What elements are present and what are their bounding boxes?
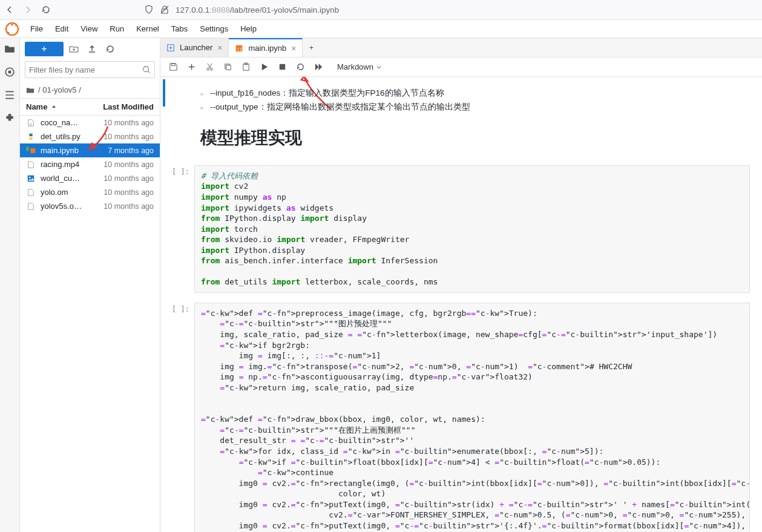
tab-main-ipynb[interactable]: [ ] main.ipynb ×	[229, 38, 303, 57]
code-body[interactable]: ="c-kw">def ="c-fn">preprocess_image(ima…	[194, 303, 750, 532]
file-header[interactable]: Name Last Modified	[20, 99, 160, 116]
file-type-icon	[26, 146, 36, 155]
svg-rect-7	[8, 71, 11, 74]
upload-icon[interactable]	[84, 42, 100, 56]
back-button[interactable]	[5, 5, 15, 15]
file-name: yolo.om	[41, 188, 103, 197]
file-modified: 10 months ago	[103, 188, 154, 197]
forward-button[interactable]	[23, 5, 33, 15]
file-modified: 10 months ago	[103, 174, 154, 183]
svg-text:{}: {}	[29, 121, 31, 125]
svg-point-18	[206, 68, 209, 70]
notebook-toolbar: Markdown	[160, 57, 762, 77]
md-heading: 模型推理实现	[200, 126, 750, 149]
svg-rect-11	[31, 148, 36, 153]
file-modified: 10 months ago	[103, 160, 154, 169]
code-body[interactable]: # 导入代码依赖 import cv2 import numpy as np i…	[194, 165, 750, 293]
svg-rect-12	[28, 175, 34, 182]
run-all-icon[interactable]	[310, 59, 326, 75]
file-list: {}coco_na…10 months agodet_utils.py10 mo…	[20, 116, 160, 532]
menu-run[interactable]: Run	[103, 20, 130, 38]
file-name: world_cu…	[41, 174, 103, 183]
cell-prompt: [ ]:	[164, 165, 194, 293]
file-row[interactable]: yolo.om10 months ago	[20, 185, 160, 199]
svg-point-8	[143, 67, 149, 72]
svg-point-13	[29, 176, 31, 178]
file-modified: 10 months ago	[103, 133, 154, 141]
code-cell[interactable]: [ ]: # 导入代码依赖 import cv2 import numpy as…	[164, 165, 750, 293]
file-name: det_utils.py	[41, 132, 103, 141]
cell-indicator	[163, 79, 165, 107]
svg-rect-21	[226, 65, 231, 70]
file-type-icon	[26, 133, 36, 141]
new-folder-icon[interactable]	[66, 42, 82, 56]
url-text: 127.0.0.1:8888/lab/tree/01-yolov5/main.i…	[176, 5, 339, 15]
menu-kernel[interactable]: Kernel	[130, 20, 165, 38]
file-name: yolov5s.o…	[41, 202, 103, 211]
toc-icon[interactable]	[4, 89, 16, 101]
url-bar[interactable]: 127.0.0.1:8888/lab/tree/01-yolov5/main.i…	[144, 5, 568, 15]
menu-help[interactable]: Help	[234, 20, 263, 38]
close-icon[interactable]: ×	[217, 43, 222, 53]
refresh-icon[interactable]	[102, 42, 118, 56]
file-name: racing.mp4	[41, 160, 103, 169]
save-icon[interactable]	[165, 59, 181, 75]
notebook-icon: [ ]	[235, 44, 243, 53]
launcher-icon	[166, 44, 175, 52]
svg-point-19	[210, 68, 212, 70]
svg-point-5	[8, 32, 9, 33]
notebook-content: --input_fp16_nodes：指定输入数据类型为FP16的输入节点名称 …	[160, 77, 762, 532]
menu-settings[interactable]: Settings	[194, 20, 234, 38]
file-row[interactable]: racing.mp410 months ago	[20, 157, 160, 171]
activity-bar	[0, 38, 20, 532]
code-cell[interactable]: [ ]: ="c-kw">def ="c-fn">preprocess_imag…	[164, 303, 750, 532]
markdown-cell[interactable]: --input_fp16_nodes：指定输入数据类型为FP16的输入节点名称 …	[200, 83, 750, 165]
breadcrumb[interactable]: / 01-yolov5 /	[20, 82, 160, 99]
file-modified: 10 months ago	[103, 119, 154, 127]
tab-launcher[interactable]: Launcher ×	[160, 38, 229, 57]
md-list-item: --output_type：指定网络输出数据类型或指定某个输出节点的输出类型	[200, 100, 750, 114]
filter-field[interactable]	[29, 65, 142, 74]
file-type-icon	[26, 202, 36, 211]
folder-icon[interactable]	[4, 43, 16, 55]
file-modified: 10 months ago	[103, 202, 154, 211]
run-icon[interactable]	[256, 59, 272, 75]
running-icon[interactable]	[4, 66, 16, 78]
filter-input[interactable]	[25, 61, 155, 78]
cell-type-select[interactable]: Markdown	[333, 61, 386, 73]
file-name: coco_na…	[41, 118, 103, 127]
menu-bar: File Edit View Run Kernel Tabs Settings …	[0, 20, 762, 38]
file-row[interactable]: yolov5s.o…10 months ago	[20, 199, 160, 213]
file-modified: 7 months ago	[108, 146, 154, 155]
svg-point-4	[15, 25, 16, 27]
menu-view[interactable]: View	[74, 20, 103, 38]
svg-rect-17	[171, 64, 175, 66]
menu-edit[interactable]: Edit	[49, 20, 74, 38]
add-cell-icon[interactable]	[183, 59, 199, 75]
copy-icon[interactable]	[220, 59, 235, 75]
paste-icon[interactable]	[238, 59, 254, 75]
svg-point-3	[11, 24, 13, 25]
tab-bar: Launcher × [ ] main.ipynb × +	[160, 38, 762, 57]
file-row[interactable]: {}coco_na…10 months ago	[20, 116, 160, 130]
new-launcher-button[interactable]: +	[25, 42, 64, 56]
cell-prompt: [ ]:	[164, 303, 194, 532]
chevron-down-icon	[376, 64, 382, 70]
file-type-icon	[26, 160, 36, 169]
file-name: main.ipynb	[41, 146, 108, 155]
file-row[interactable]: det_utils.py10 months ago	[20, 130, 160, 143]
svg-rect-22	[243, 64, 248, 70]
menu-tabs[interactable]: Tabs	[165, 20, 194, 38]
file-row[interactable]: main.ipynb7 months ago	[20, 143, 160, 157]
search-icon	[142, 65, 151, 74]
add-tab-button[interactable]: +	[303, 38, 320, 57]
file-row[interactable]: world_cu…10 months ago	[20, 171, 160, 185]
restart-icon[interactable]	[292, 59, 308, 75]
browser-bar: 127.0.0.1:8888/lab/tree/01-yolov5/main.i…	[0, 0, 762, 20]
extensions-icon[interactable]	[4, 112, 16, 124]
cut-icon[interactable]	[202, 59, 217, 75]
menu-file[interactable]: File	[24, 20, 49, 38]
reload-button[interactable]	[41, 5, 51, 15]
stop-icon[interactable]	[274, 59, 290, 75]
close-icon[interactable]: ×	[291, 44, 296, 53]
